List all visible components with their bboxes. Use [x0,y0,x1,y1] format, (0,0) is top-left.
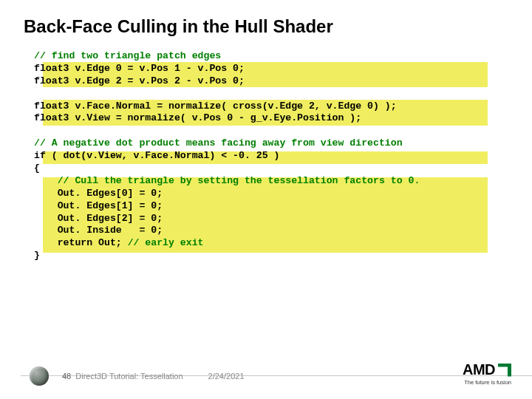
code-comment: // Cull the triangle by setting the tess… [34,175,511,188]
code-line: Out. Inside = 0; [34,225,511,237]
code-line: { [34,163,511,175]
amd-logo: AMD The future is fusion [463,361,511,386]
code-block: // find two triangle patch edges float3 … [21,50,511,262]
code-comment: // A negative dot product means facing a… [34,137,511,150]
code-blank [34,88,511,100]
code-blank [34,125,511,137]
slide-title: Back-Face Culling in the Hull Shader [21,16,511,37]
code-line: Out. Edges[0] = 0; [34,188,511,200]
amd-mark: AMD [463,361,511,378]
code-line: float3 v.View = normalize( v.Pos 0 - g_v… [34,112,511,125]
code-line: return Out; // early exit [34,237,511,250]
code-line: if ( dot(v.View, v.Face.Normal) < -0. 25… [34,150,511,163]
code-line: } [34,250,511,262]
code-comment: // find two triangle patch edges [34,50,511,63]
amd-brand-text: AMD [463,361,495,378]
footer: 48 Direct3D Tutorial: Tessellation 2/24/… [0,364,532,389]
amd-tagline: The future is fusion [463,379,511,386]
code-line: Out. Edges[1] = 0; [34,200,511,213]
code-comment: // early exit [128,237,204,248]
page-number: 48 [62,372,71,381]
code-line: float3 v.Face.Normal = normalize( cross(… [34,100,511,113]
amd-arrow-icon [498,364,511,377]
footer-doc-title: Direct3D Tutorial: Tessellation [75,372,183,381]
code-line: float3 v.Edge 0 = v.Pos 1 - v.Pos 0; [34,63,511,75]
fusion-icon [30,366,49,386]
code-line: Out. Edges[2] = 0; [34,213,511,225]
code-line: float3 v.Edge 2 = v.Pos 2 - v.Pos 0; [34,75,511,88]
slide: Back-Face Culling in the Hull Shader // … [0,0,532,399]
footer-date: 2/24/2021 [208,372,245,381]
